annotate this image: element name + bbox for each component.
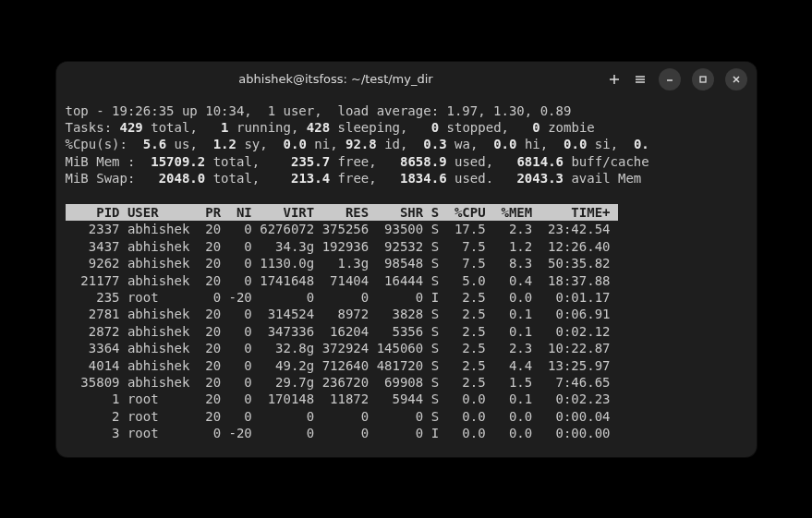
titlebar-controls xyxy=(607,68,747,90)
minimize-button[interactable] xyxy=(659,68,681,90)
titlebar: abhishek@itsfoss: ~/test/my_dir xyxy=(56,62,757,97)
menu-button[interactable] xyxy=(633,72,648,87)
terminal-window: abhishek@itsfoss: ~/test/my_dir top - 19… xyxy=(56,62,757,457)
terminal-output[interactable]: top - 19:26:35 up 10:34, 1 user, load av… xyxy=(56,97,757,448)
svg-rect-0 xyxy=(700,77,706,82)
close-button[interactable] xyxy=(725,68,747,90)
window-title: abhishek@itsfoss: ~/test/my_dir xyxy=(66,72,607,86)
maximize-button[interactable] xyxy=(692,68,714,90)
new-tab-button[interactable] xyxy=(607,72,622,87)
